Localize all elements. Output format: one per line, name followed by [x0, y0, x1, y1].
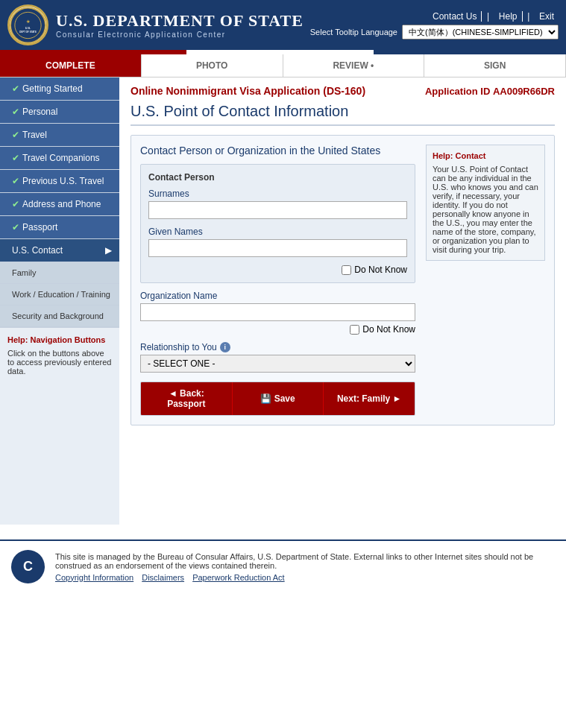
buttons-row: ◄ Back: Passport 💾 Save Next: Family ►	[140, 382, 415, 416]
sidebar-item-previous-us-travel[interactable]: ✔ Previous U.S. Travel	[0, 170, 119, 193]
sidebar: ✔ Getting Started ✔ Personal ✔ Travel ✔ …	[0, 77, 119, 525]
header-links: Contact Us | Help | Exit	[428, 11, 559, 22]
sidebar-item-personal[interactable]: ✔ Personal	[0, 101, 119, 124]
page-title: U.S. Point of Contact Information	[131, 103, 555, 126]
svg-text:DEPT OF STATE: DEPT OF STATE	[19, 30, 37, 33]
form-left: Contact Person or Organization in the Un…	[140, 145, 415, 416]
info-icon[interactable]: i	[220, 342, 230, 352]
disclaimers-link[interactable]: Disclaimers	[142, 573, 184, 582]
sidebar-item-address-and-phone[interactable]: ✔ Address and Phone	[0, 193, 119, 216]
app-id: Application ID AA009R66DR	[425, 86, 555, 97]
org-do-not-know-label: Do Not Know	[362, 324, 415, 335]
contact-us-link[interactable]: Contact Us	[428, 11, 482, 22]
surnames-label: Surnames	[148, 189, 407, 199]
main-content: Online Nonimmigrant Visa Application (DS…	[119, 77, 566, 525]
agency-title: U.S. Department of State Consular Electr…	[56, 11, 304, 39]
main-layout: ✔ Getting Started ✔ Personal ✔ Travel ✔ …	[0, 77, 566, 525]
footer-seal: C	[11, 550, 45, 583]
sidebar-item-travel[interactable]: ✔ Travel	[0, 124, 119, 147]
save-button[interactable]: 💾 Save	[232, 382, 324, 415]
next-button[interactable]: Next: Family ►	[324, 382, 415, 415]
tooltip-language-select[interactable]: 中文(简体）(CHINESE-SIMPLIFIED)	[402, 25, 559, 39]
arrow-icon-us-contact: ▶	[105, 245, 112, 256]
tab-review[interactable]: REVIEW	[283, 54, 425, 77]
back-button[interactable]: ◄ Back: Passport	[141, 382, 232, 415]
help-link[interactable]: Help	[494, 11, 523, 22]
help-box-text: Your U.S. Point of Contact can be any in…	[433, 165, 538, 254]
sidebar-item-us-contact[interactable]: U.S. Contact ▶	[0, 239, 119, 262]
sidebar-item-work-education[interactable]: Work / Education / Training	[0, 284, 119, 306]
sidebar-help-title: Help: Navigation Buttons	[7, 335, 105, 344]
check-icon-travel-companions: ✔	[12, 153, 19, 163]
svg-text:U.S.: U.S.	[25, 25, 31, 29]
sidebar-label-previous-us-travel: Previous U.S. Travel	[22, 176, 104, 186]
copyright-link[interactable]: Copyright Information	[55, 573, 133, 582]
page-footer: C This site is managed by the Bureau of …	[0, 539, 566, 592]
surnames-input[interactable]	[148, 201, 407, 219]
tab-sign[interactable]: SIGN	[424, 54, 566, 77]
check-icon-address-and-phone: ✔	[12, 199, 19, 209]
sidebar-label-travel-companions: Travel Companions	[22, 153, 100, 163]
page-header: ★ U.S. DEPT OF STATE U.S. Department of …	[0, 0, 566, 50]
org-name-field-group: Organization Name Do Not Know	[140, 291, 415, 335]
section-title: Contact Person or Organization in the Un…	[140, 145, 415, 156]
app-id-value: AA009R66DR	[493, 86, 555, 97]
surnames-field-group: Surnames	[148, 189, 407, 219]
check-icon-passport: ✔	[12, 222, 19, 232]
sidebar-label-us-contact: U.S. Contact	[12, 245, 63, 256]
check-icon-previous-us-travel: ✔	[12, 176, 19, 186]
header-right: Contact Us | Help | Exit Select Tooltip …	[310, 11, 559, 39]
exit-link[interactable]: Exit	[535, 11, 559, 22]
check-icon-travel: ✔	[12, 130, 19, 140]
agency-subtitle: Consular Electronic Application Center	[56, 31, 304, 39]
paperwork-link[interactable]: Paperwork Reduction Act	[192, 573, 285, 582]
sidebar-label-getting-started: Getting Started	[22, 83, 83, 94]
sidebar-label-security-background: Security and Background	[12, 311, 104, 320]
sidebar-label-family: Family	[12, 268, 36, 277]
help-box-title: Help: Contact	[433, 151, 538, 160]
given-names-input[interactable]	[148, 239, 407, 257]
sidebar-item-family[interactable]: Family	[0, 262, 119, 284]
agency-seal: ★ U.S. DEPT OF STATE	[7, 4, 48, 45]
contact-person-title: Contact Person	[148, 172, 407, 183]
sidebar-help: Help: Navigation Buttons Click on the bu…	[0, 327, 119, 383]
sidebar-item-passport[interactable]: ✔ Passport	[0, 216, 119, 239]
given-names-label: Given Names	[148, 227, 407, 237]
agency-name: U.S. Department of State	[56, 11, 304, 30]
do-not-know-row: Do Not Know	[148, 265, 407, 275]
footer-text: This site is managed by the Bureau of Co…	[55, 552, 555, 582]
org-do-not-know-row: Do Not Know	[140, 324, 415, 335]
sidebar-label-travel: Travel	[22, 130, 47, 140]
org-name-input[interactable]	[140, 303, 415, 321]
relationship-label: Relationship to You i	[140, 342, 415, 352]
relationship-select[interactable]: - SELECT ONE - Spouse Child Parent Sibli…	[140, 355, 415, 373]
check-icon-personal: ✔	[12, 107, 19, 117]
footer-description: This site is managed by the Bureau of Co…	[55, 552, 555, 570]
app-id-row: Online Nonimmigrant Visa Application (DS…	[131, 85, 555, 97]
given-names-field-group: Given Names	[148, 227, 407, 257]
sidebar-item-security-background[interactable]: Security and Background	[0, 306, 119, 327]
do-not-know-label: Do Not Know	[354, 265, 407, 275]
org-do-not-know-checkbox[interactable]	[350, 325, 359, 335]
tab-photo[interactable]: PHOTO	[142, 54, 283, 77]
sidebar-help-text: Click on the buttons above to access pre…	[7, 349, 112, 376]
footer-links: Copyright Information Disclaimers Paperw…	[55, 573, 555, 582]
sidebar-label-work-education: Work / Education / Training	[12, 290, 110, 299]
org-name-label: Organization Name	[140, 291, 415, 301]
help-box: Help: Contact Your U.S. Point of Contact…	[426, 145, 545, 261]
app-id-label: Application ID	[425, 86, 490, 97]
help-panel: Help: Contact Your U.S. Point of Contact…	[426, 145, 545, 416]
sidebar-label-address-and-phone: Address and Phone	[22, 199, 101, 209]
tooltip-label: Select Tooltip Language	[310, 28, 397, 37]
sidebar-item-getting-started[interactable]: ✔ Getting Started	[0, 77, 119, 101]
nav-tabs: COMPLETE PHOTO REVIEW SIGN	[0, 54, 566, 77]
do-not-know-checkbox[interactable]	[342, 265, 351, 275]
sidebar-label-personal: Personal	[22, 107, 57, 117]
tab-complete[interactable]: COMPLETE	[0, 54, 142, 77]
sidebar-label-passport: Passport	[22, 222, 57, 232]
flag-strip	[0, 50, 566, 54]
tooltip-row: Select Tooltip Language 中文(简体）(CHINESE-S…	[310, 25, 559, 39]
sidebar-item-travel-companions[interactable]: ✔ Travel Companions	[0, 147, 119, 170]
check-icon-getting-started: ✔	[12, 83, 19, 94]
relationship-field-group: Relationship to You i - SELECT ONE - Spo…	[140, 342, 415, 373]
